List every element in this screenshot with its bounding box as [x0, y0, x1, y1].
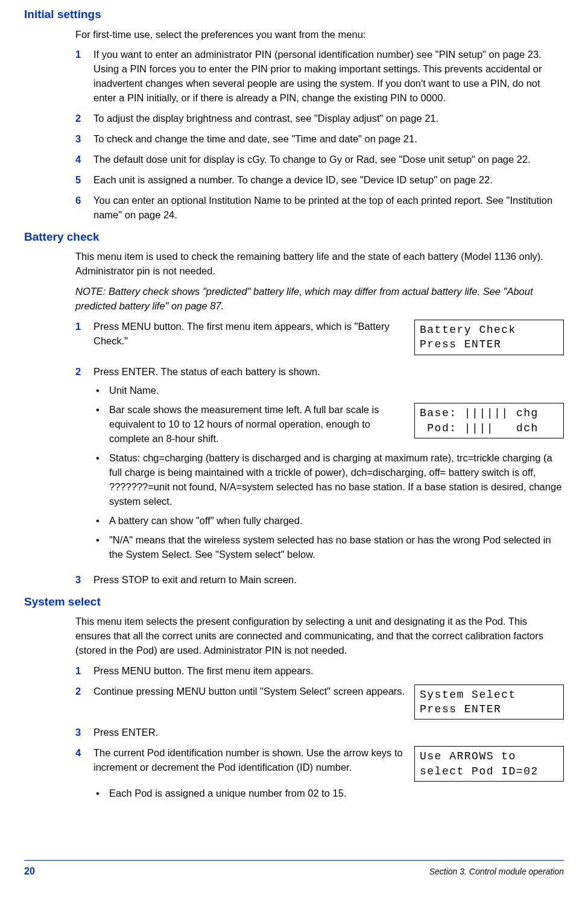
system-select-steps: 1 Press MENU button. The first menu item… — [75, 664, 564, 806]
lcd-display-battery-status: Base: |||||| chg Pod: |||| dch — [414, 403, 564, 438]
battery-check-steps: 1 Press MENU button. The first menu item… — [75, 320, 564, 587]
list-item: 2 Press ENTER. The status of each batter… — [75, 365, 564, 567]
list-marker: 2 — [75, 365, 93, 567]
bullet-dot: • — [93, 451, 109, 509]
list-text: Each unit is assigned a number. To chang… — [93, 173, 564, 188]
list-text: To check and change the time and date, s… — [93, 132, 564, 147]
bullet-text: Bar scale shows the measurement time lef… — [109, 403, 406, 446]
bullet-text: A battery can show "off" when fully char… — [109, 514, 564, 528]
list-marker: 4 — [75, 746, 93, 806]
list-item: 3To check and change the time and date, … — [75, 132, 564, 147]
list-text: You can enter an optional Institution Na… — [93, 194, 564, 223]
bullet-dot: • — [93, 533, 109, 562]
initial-settings-list: 1If you want to enter an administrator P… — [75, 48, 564, 222]
step-text: The current Pod identification number is… — [93, 746, 406, 775]
bullet-text: Unit Name. — [109, 384, 564, 398]
list-item: 4 The current Pod identification number … — [75, 746, 564, 806]
bullet-item: •Status: chg=charging (battery is discha… — [93, 451, 564, 509]
list-marker: 2 — [75, 685, 93, 720]
bullet-item: •Unit Name. — [93, 384, 564, 398]
lcd-display-battery-check: Battery Check Press ENTER — [414, 320, 564, 355]
list-marker: 3 — [75, 132, 93, 147]
step-text: Press ENTER. — [93, 726, 564, 740]
heading-battery-check: Battery check — [24, 229, 564, 245]
bullet-item: •A battery can show "off" when fully cha… — [93, 514, 564, 528]
battery-check-note: NOTE: Battery check shows "predicted" ba… — [75, 285, 564, 314]
heading-system-select: System select — [24, 593, 564, 610]
lcd-display-pod-id: Use ARROWS to select Pod ID=02 — [414, 746, 564, 782]
list-marker: 1 — [75, 664, 93, 678]
step-text: Press STOP to exit and return to Main sc… — [93, 573, 564, 587]
list-text: To adjust the display brightness and con… — [93, 112, 564, 126]
list-text: If you want to enter an administrator PI… — [93, 48, 564, 106]
list-marker: 3 — [75, 726, 93, 740]
bullet-text: Each Pod is assigned a unique number fro… — [109, 786, 564, 801]
list-item: 1If you want to enter an administrator P… — [75, 48, 564, 106]
step-text: Press ENTER. The status of each battery … — [93, 365, 564, 379]
page-footer: 20 Section 3. Control module operation — [24, 860, 564, 878]
list-marker: 1 — [75, 48, 93, 106]
list-marker: 1 — [75, 320, 93, 355]
bullet-item: • Bar scale shows the measurement time l… — [93, 403, 564, 446]
list-marker: 4 — [75, 153, 93, 167]
bullet-item: •"N/A" means that the wireless system se… — [93, 533, 564, 562]
bullet-dot: • — [93, 403, 109, 446]
bullet-text: Status: chg=charging (battery is dischar… — [109, 451, 564, 509]
list-item: 3 Press STOP to exit and return to Main … — [75, 573, 564, 587]
battery-status-bullets: •Unit Name. • Bar scale shows the measur… — [93, 384, 564, 561]
list-marker: 6 — [75, 194, 93, 223]
list-item: 2To adjust the display brightness and co… — [75, 112, 564, 126]
list-marker: 3 — [75, 573, 93, 587]
bullet-item: •Each Pod is assigned a unique number fr… — [93, 786, 564, 801]
system-select-intro: This menu item selects the present confi… — [75, 615, 564, 658]
list-item: 3 Press ENTER. — [75, 726, 564, 740]
list-text: The default dose unit for display is cGy… — [93, 153, 564, 167]
initial-settings-intro: For first-time use, select the preferenc… — [75, 28, 564, 42]
list-item: 1 Press MENU button. The first menu item… — [75, 320, 564, 355]
heading-initial-settings: Initial settings — [24, 6, 564, 23]
list-item: 1 Press MENU button. The first menu item… — [75, 664, 564, 678]
list-item: 4The default dose unit for display is cG… — [75, 153, 564, 167]
bullet-dot: • — [93, 514, 109, 528]
step-text: Press MENU button. The first menu item a… — [93, 664, 564, 678]
list-item: 5Each unit is assigned a number. To chan… — [75, 173, 564, 188]
step-text: Continue pressing MENU button until "Sys… — [93, 685, 406, 699]
step-text: Press MENU button. The first menu item a… — [93, 320, 406, 349]
page-number: 20 — [24, 864, 35, 878]
battery-check-intro: This menu item is used to check the rema… — [75, 250, 564, 279]
list-marker: 5 — [75, 173, 93, 188]
bullet-dot: • — [93, 786, 109, 801]
list-marker: 2 — [75, 112, 93, 126]
list-item: 2 Continue pressing MENU button until "S… — [75, 685, 564, 720]
pod-id-bullets: •Each Pod is assigned a unique number fr… — [93, 786, 564, 801]
lcd-display-system-select: System Select Press ENTER — [414, 685, 564, 720]
bullet-text: "N/A" means that the wireless system sel… — [109, 533, 564, 562]
footer-section-label: Section 3. Control module operation — [429, 865, 564, 877]
bullet-dot: • — [93, 384, 109, 398]
list-item: 6You can enter an optional Institution N… — [75, 194, 564, 223]
